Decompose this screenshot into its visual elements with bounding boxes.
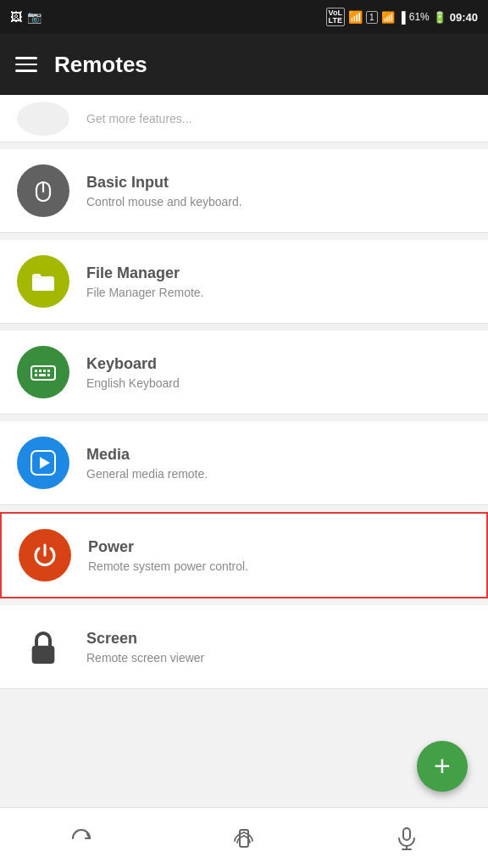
basic-input-text: Basic Input Control mouse and keyboard.	[86, 174, 242, 209]
page-title: Remotes	[54, 52, 147, 78]
app-bar: Remotes	[0, 34, 488, 95]
wifi-icon: 📶	[348, 10, 363, 24]
keyboard-icon-circle	[17, 346, 69, 398]
keyboard-icon	[28, 357, 58, 387]
power-icon-circle	[19, 529, 71, 581]
status-bar: 🖼 📷 VoLLTE 📶 1 📶 ▐ 61% 🔋 09:40	[0, 0, 488, 34]
keyboard-title: Keyboard	[86, 355, 180, 373]
play-icon	[28, 448, 58, 478]
svg-rect-3	[31, 366, 55, 380]
screen-subtitle: Remote screen viewer	[86, 651, 204, 665]
signal-icon2: ▐	[398, 11, 406, 24]
list-item-screen[interactable]: Screen Remote screen viewer	[0, 605, 488, 689]
keyboard-subtitle: English Keyboard	[86, 376, 180, 390]
add-remote-fab[interactable]: +	[417, 741, 468, 792]
svg-rect-10	[47, 374, 50, 376]
power-text: Power Remote system power control.	[88, 538, 248, 573]
svg-rect-9	[39, 374, 46, 376]
lock-icon	[23, 626, 64, 667]
screen-text: Screen Remote screen viewer	[86, 630, 204, 665]
refresh-nav-button[interactable]	[52, 819, 111, 858]
basic-input-title: Basic Input	[86, 174, 242, 192]
battery-icon: 🔋	[433, 11, 446, 24]
svg-rect-7	[47, 370, 50, 372]
power-icon	[30, 540, 60, 570]
list-item-basic-input[interactable]: Basic Input Control mouse and keyboard.	[0, 149, 488, 233]
media-title: Media	[86, 446, 208, 464]
svg-marker-12	[40, 457, 50, 469]
file-manager-text: File Manager File Manager Remote.	[86, 264, 204, 299]
fab-plus-icon: +	[434, 751, 451, 780]
list-item-file-manager[interactable]: File Manager File Manager Remote.	[0, 240, 488, 324]
microphone-icon	[394, 826, 419, 851]
svg-rect-2	[32, 279, 54, 291]
mouse-icon	[28, 175, 58, 206]
status-bar-right: VoLLTE 📶 1 📶 ▐ 61% 🔋 09:40	[326, 8, 478, 26]
device-icon	[231, 826, 257, 851]
remotes-list: Get more features... Basic Input Control…	[0, 95, 488, 757]
screenshot-icon: 🖼	[10, 10, 22, 24]
svg-rect-6	[43, 370, 46, 372]
media-text: Media General media remote.	[86, 446, 208, 481]
svg-rect-13	[32, 646, 55, 664]
folder-icon	[28, 266, 58, 297]
time: 09:40	[450, 11, 478, 24]
list-item-keyboard[interactable]: Keyboard English Keyboard	[0, 331, 488, 415]
keyboard-text: Keyboard English Keyboard	[86, 355, 180, 390]
svg-rect-5	[39, 370, 42, 372]
media-icon-circle	[17, 437, 69, 489]
sim-icon: 1	[366, 11, 378, 24]
refresh-icon	[69, 826, 94, 851]
partial-item-text: Get more features...	[86, 112, 192, 125]
bottom-navigation	[0, 807, 488, 868]
power-title: Power	[88, 538, 248, 556]
svg-rect-8	[35, 374, 37, 376]
camera-icon: 📷	[27, 10, 42, 24]
signal-icon: 📶	[381, 11, 395, 24]
file-manager-subtitle: File Manager Remote.	[86, 286, 204, 299]
list-item-media[interactable]: Media General media remote.	[0, 421, 488, 505]
basic-input-icon-circle	[17, 164, 69, 217]
vol-lte-indicator: VoLLTE	[326, 8, 345, 26]
basic-input-subtitle: Control mouse and keyboard.	[86, 195, 242, 209]
partial-item[interactable]: Get more features...	[0, 95, 488, 142]
screen-title: Screen	[86, 630, 204, 648]
file-manager-icon-circle	[17, 255, 69, 308]
power-subtitle: Remote system power control.	[88, 559, 248, 573]
screen-icon-container	[17, 620, 69, 673]
battery-percent: 61%	[409, 11, 430, 23]
status-bar-left: 🖼 📷	[10, 10, 42, 24]
file-manager-title: File Manager	[86, 264, 204, 282]
list-item-power[interactable]: Power Remote system power control.	[0, 512, 488, 598]
svg-rect-15	[403, 828, 410, 840]
hamburger-menu-button[interactable]	[15, 57, 37, 72]
media-subtitle: General media remote.	[86, 467, 208, 481]
svg-rect-4	[35, 370, 37, 372]
device-nav-button[interactable]	[214, 819, 274, 858]
microphone-nav-button[interactable]	[377, 819, 436, 858]
